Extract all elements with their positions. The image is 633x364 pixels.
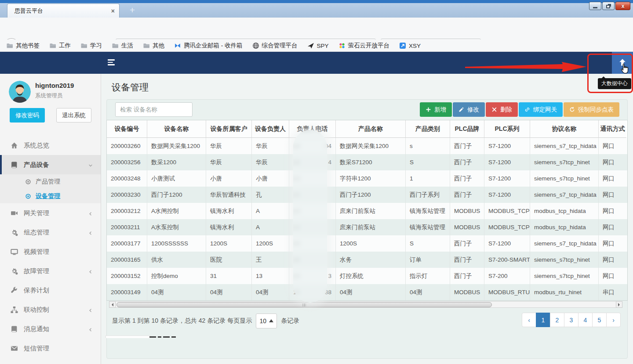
column-header[interactable]: 协议名称 <box>530 120 599 138</box>
window-minimize-button[interactable] <box>589 2 601 10</box>
chev-left-icon <box>88 210 93 216</box>
sidebar-item[interactable] <box>0 358 101 364</box>
book-icon <box>11 325 18 333</box>
action-button[interactable]: 修改 <box>453 102 485 117</box>
cell-protocol: siemens_s7tcp_hinet <box>530 154 599 170</box>
cell-owner: A <box>252 203 289 219</box>
action-button[interactable]: 删除 <box>486 102 518 117</box>
table-row[interactable]: 200003211A水泵控制镇海水利A13庶来门前泵站镇海泵站管理MODBUSM… <box>107 219 627 235</box>
bookmark-item[interactable]: 工作 <box>49 42 71 50</box>
sidebar-item[interactable]: 组态管理 <box>0 223 101 242</box>
page-button[interactable]: 5 <box>592 313 607 327</box>
monitor-icon <box>11 248 18 256</box>
prev-page-button[interactable]: ‹ <box>522 313 536 327</box>
action-button[interactable]: 新增 <box>420 102 452 117</box>
sidebar-subitem-label: 产品管理 <box>36 178 60 186</box>
action-button[interactable]: 强制同步点表 <box>564 102 619 117</box>
column-header[interactable]: 产品类别 <box>406 120 450 138</box>
bookmark-item[interactable]: 学习 <box>80 42 102 50</box>
action-button[interactable]: 绑定网关 <box>519 102 563 117</box>
privacy-blur-overlay <box>293 130 327 303</box>
column-header[interactable]: PLC系列 <box>484 120 530 138</box>
table-row[interactable]: 200003256数采1200华辰华辰184数采S71200S西门子S7-120… <box>107 154 627 170</box>
table-row[interactable]: 200003248小唐测试小唐小唐13字符串12001西门子S7-1200sie… <box>107 170 627 187</box>
horizontal-scrollbar[interactable] <box>109 301 622 308</box>
sidebar-item[interactable]: 视频管理 <box>0 242 101 261</box>
new-tab-button[interactable]: + <box>126 4 139 17</box>
page-button[interactable]: 1 <box>536 313 550 327</box>
sidebar-item-label: 产品设备 <box>24 161 49 169</box>
column-header[interactable]: 产品名称 <box>336 120 406 138</box>
bookmark-item[interactable]: 其他书签 <box>6 42 40 50</box>
scrollbar-track[interactable] <box>116 301 616 308</box>
sidebar-item[interactable]: 系统总览 <box>0 136 101 155</box>
table-row[interactable]: 200003152控制demo3113153灯控系统指示灯西门子S7-200si… <box>107 268 627 284</box>
bookmark-item[interactable]: 其他 <box>143 42 164 50</box>
xsy-icon <box>399 42 406 49</box>
cell-product: 1200S <box>336 235 406 252</box>
cell-plc_brand: 西门子 <box>450 154 484 170</box>
cell-owner: 孔 <box>252 187 289 203</box>
column-header[interactable]: 设备名称 <box>147 120 206 138</box>
cell-plc_series: S7-200 <box>484 268 530 284</box>
change-password-button[interactable]: 修改密码 <box>10 108 45 123</box>
cell-plc_brand: 西门子 <box>450 252 484 268</box>
tab-close-icon[interactable]: × <box>111 7 115 14</box>
folder-icon <box>49 42 56 49</box>
cell-plc_brand: MODBUS <box>450 284 484 300</box>
cell-customer: 医院 <box>206 252 252 268</box>
window-controls: x <box>588 2 630 10</box>
scroll-right-arrow[interactable] <box>616 301 622 308</box>
column-header[interactable]: PLC品牌 <box>450 120 484 138</box>
browser-tab[interactable]: 思普云平台 × <box>7 4 120 18</box>
page-button[interactable]: 2 <box>550 313 564 327</box>
window-restore-button[interactable] <box>602 2 615 10</box>
table-row[interactable]: 200003230西门子1200华辰智通科技孔15西门子1200西门子系列西门子… <box>107 187 627 203</box>
table-row[interactable]: 200003212A水闸控制镇海水利A13庶来门前泵站镇海泵站管理MODBUSM… <box>107 203 627 219</box>
sidebar-item[interactable]: 故障管理 <box>0 261 101 281</box>
cell-plc_series: MODBUS_TCP <box>484 203 530 219</box>
bookmark-item[interactable]: SPY <box>307 42 329 49</box>
sidebar-item-label: 组态管理 <box>24 228 49 237</box>
sidebar-item[interactable]: 网关管理 <box>0 203 101 223</box>
plus-icon <box>426 107 431 112</box>
sidebar-subitem[interactable]: 设备管理 <box>0 189 101 203</box>
bookmark-item[interactable]: 萤石云开放平台 <box>338 42 390 50</box>
bookmark-item[interactable]: 生活 <box>112 42 133 50</box>
bookmark-item[interactable]: XSY <box>399 42 421 49</box>
sidebar-item[interactable]: 保养计划 <box>0 281 101 300</box>
table-row[interactable]: 20000314904测04测04测153804测04测MODBUSMODBUS… <box>107 284 627 300</box>
column-header[interactable]: 设备所属客户 <box>206 120 252 138</box>
window-close-button[interactable]: x <box>615 2 630 10</box>
main-content: 设备管理 新增 修改 删除 绑定网关 强制同步点表 设备编号设备名称设备所属客户… <box>101 74 633 364</box>
column-header[interactable]: 设备编号 <box>107 120 147 138</box>
page-size-select[interactable]: 10 <box>256 314 277 328</box>
sidebar-item[interactable]: 产品设备 <box>0 155 101 174</box>
cell-owner: 王 <box>252 252 289 268</box>
table-row[interactable]: 2000031771200SSSSSS1200S1200S151200SS西门子… <box>107 235 627 252</box>
page-button[interactable]: 3 <box>564 313 578 327</box>
logout-button[interactable]: 退出系统 <box>56 108 91 123</box>
bookmark-item[interactable]: 腾讯企业邮箱 - 收件箱 <box>174 42 243 50</box>
avatar[interactable] <box>9 81 31 103</box>
sidebar-item[interactable]: 联动控制 <box>0 300 101 319</box>
sidebar-item[interactable]: 消息通知 <box>0 319 101 339</box>
column-header[interactable]: 设备负责人 <box>252 120 289 138</box>
cell-category: s <box>406 138 450 154</box>
table-row[interactable]: 200003260数据网关采集1200华辰华辰1804数据网关采集1200s西门… <box>107 138 627 154</box>
bookmark-item[interactable]: 综合管理平台 <box>252 42 298 50</box>
next-page-button[interactable]: › <box>606 313 621 327</box>
sidebar-collapse-icon[interactable] <box>108 59 115 67</box>
chev-left-icon <box>88 307 93 312</box>
gears-icon <box>11 267 18 275</box>
device-search-input[interactable] <box>115 102 193 117</box>
scroll-left-arrow[interactable] <box>109 301 116 308</box>
sidebar-item[interactable]: 短信管理 <box>0 339 101 358</box>
scrollbar-thumb[interactable] <box>116 302 492 307</box>
cell-product: 04测 <box>336 284 406 300</box>
column-header[interactable]: 通讯方式 <box>599 120 626 138</box>
sidebar-subitem[interactable]: 产品管理 <box>0 174 101 189</box>
page-button[interactable]: 4 <box>578 313 593 327</box>
table-row[interactable]: 200003165供水医院王18水务订单西门子S7-200-SMARTsieme… <box>107 252 627 268</box>
cell-category: 04测 <box>406 284 450 300</box>
